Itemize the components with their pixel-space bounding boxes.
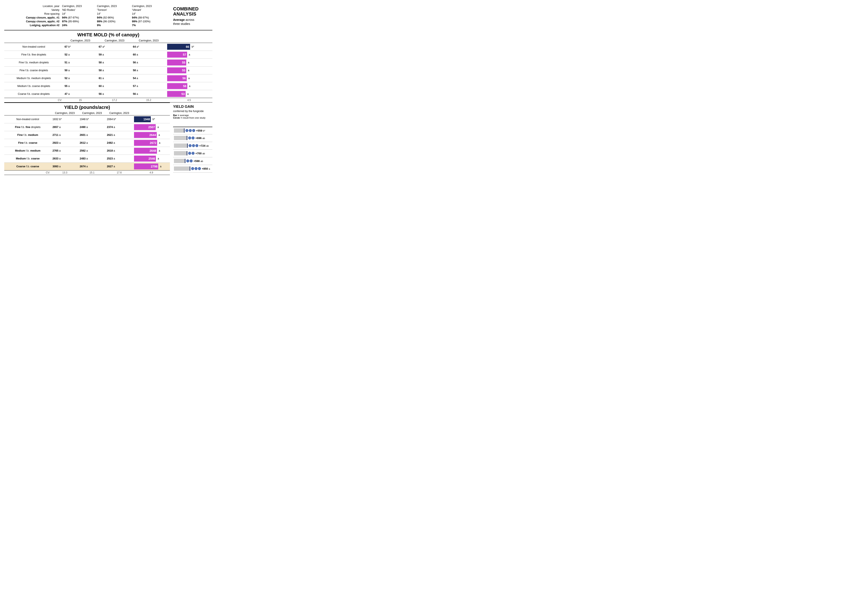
gain-bar — [174, 128, 184, 133]
yield-combined-bar-cell: 2507 a — [133, 123, 170, 131]
meta-section: Location, year Carrington, 2023 Carringt… — [4, 4, 212, 28]
combined-bar-cell: 66 b* — [166, 43, 212, 51]
yield-cv-col3: 17.6 — [105, 170, 133, 175]
yield-treatment-name: Medium f.b. coarse — [4, 154, 51, 162]
gain-dots-group — [188, 152, 195, 155]
combined-bar: 58 — [167, 83, 187, 89]
gain-dot — [192, 129, 195, 132]
treatment-name: Fine f.b. coarse droplets — [4, 66, 63, 74]
white-mold-row: Non-treated control 67 b* 67 a* 64 a* 66… — [4, 43, 212, 51]
gain-dot — [190, 159, 193, 162]
cv-row: CV: 15 17.2 15.2 4.5 — [4, 98, 212, 102]
location-label: Location, year — [4, 4, 61, 8]
yield-cv-combined: 4.9 — [133, 170, 170, 175]
col2-value: 58 a — [98, 66, 132, 74]
combined-stat: a — [187, 92, 189, 95]
page-container: Location, year Carrington, 2023 Carringt… — [4, 4, 212, 175]
yield-col3-value: 2621 a — [105, 131, 133, 139]
treatment-name: Coarse f.b. coarse droplets — [4, 90, 63, 98]
row-spacing-label: Row spacing — [4, 12, 61, 16]
combined-stat: a — [189, 53, 190, 56]
yield-combined-bar: 2507 — [134, 124, 156, 130]
combined-bar: 66 — [167, 44, 190, 50]
col3-lodging: 7% — [130, 23, 166, 27]
col2-lodging: 9% — [96, 23, 131, 27]
white-mold-table: Carrington, 2023 Carrington, 2023 Carrin… — [4, 39, 212, 103]
gain-value: +700 ab — [195, 152, 205, 155]
col3-row-spacing: 14" — [130, 12, 166, 16]
yield-combined-stat: a — [160, 165, 161, 168]
combined-title: COMBINEDANALYSIS — [173, 6, 209, 17]
col1-value: 47 a — [63, 90, 98, 98]
combined-bar: 55 — [167, 59, 186, 65]
yield-col3-value: 2064 b* — [105, 115, 133, 123]
yield-row: Non-treated control 1832 b* 1948 b* 2064… — [4, 115, 170, 123]
gain-bar — [174, 136, 187, 140]
meta-table: Location, year Carrington, 2023 Carringt… — [4, 4, 166, 28]
white-mold-header: Carrington, 2023 Carrington, 2023 Carrin… — [4, 39, 212, 43]
col1-canopy1: 94% (87-97%) — [61, 16, 96, 20]
col3-value: 54 a — [132, 74, 166, 82]
gain-dot — [198, 167, 201, 170]
yield-col2-value: 2601 a — [78, 131, 105, 139]
yield-col3-value: 2618 a — [105, 147, 133, 154]
white-mold-section: WHITE MOLD (% of canopy) Carrington, 202… — [4, 30, 212, 103]
col3-variety: 'Vibrant' — [130, 8, 166, 12]
gain-spacer — [173, 119, 212, 127]
combined-bar-cell: 58 a — [166, 82, 212, 90]
yield-col1-value: 2711 a — [51, 131, 78, 139]
col1-value: 52 a — [63, 51, 98, 59]
gain-navy-tick — [184, 128, 184, 133]
white-mold-row: Fine f.b. fine droplets 52 a 59 a 60 a 5… — [4, 51, 212, 59]
gain-value: +559 b* — [196, 129, 205, 132]
gain-dot — [186, 159, 189, 162]
col1-canopy2: 97% (95-99%) — [61, 20, 96, 23]
cv-col3: 15.2 — [132, 98, 166, 102]
col1-location: Carrington, 2023 — [61, 4, 96, 8]
yield-combined-stat: a — [158, 157, 159, 160]
yield-treatment-name: Fine f.b. medium — [4, 131, 51, 139]
combined-bar: 56 — [167, 75, 187, 81]
yield-combined-bar-cell: 2648 a — [133, 147, 170, 154]
gain-navy-tick — [190, 166, 190, 171]
yield-col1-value: 2657 a — [51, 123, 78, 131]
white-mold-row: Fine f.b. medium droplets 51 a 58 a 56 a… — [4, 59, 212, 66]
yield-table: Carrington, 2023 Carrington, 2023 Carrin… — [4, 111, 170, 175]
th-treatment — [4, 39, 63, 43]
yield-gain-legend: Bar = average Circle = result from one s… — [173, 114, 212, 119]
yield-row: Fine f.b. fine droplets 2657 a 2490 a 23… — [4, 123, 170, 131]
cv-combined: 4.5 — [166, 98, 212, 102]
gain-dot — [189, 144, 192, 147]
yield-col2-value: 2674 a — [78, 162, 105, 170]
gain-dot — [195, 167, 197, 170]
yield-title: YIELD (pounds/acre) — [4, 103, 170, 111]
yield-row: Fine f.b. medium 2711 a 2601 a 2621 a 26… — [4, 131, 170, 139]
th-col2: Carrington, 2023 — [98, 39, 132, 43]
gain-chart-row: +598 ab — [173, 157, 212, 165]
gain-chart-row: +696 ab — [173, 134, 212, 142]
yield-treatment-name: Fine f.b. fine droplets — [4, 123, 51, 131]
combined-subtitle: Average acrossthree studies — [173, 18, 209, 25]
gain-dot — [195, 144, 198, 147]
col2-value: 60 a — [98, 82, 132, 90]
col3-canopy1: 94% (88-97%) — [130, 16, 166, 20]
yield-combined-bar: 2672 — [134, 140, 157, 146]
yield-col1-value: 2923 a — [51, 139, 78, 147]
canopy2-label: Canopy closure, applic. #2 — [4, 20, 61, 23]
gain-navy-tick — [187, 143, 188, 148]
yield-section-wrapper: YIELD (pounds/acre) Carrington, 2023 Car… — [4, 103, 212, 175]
yield-cv-row: CV: 13.3 15.1 17.6 4.9 — [4, 170, 170, 175]
gain-navy-tick — [187, 151, 187, 155]
col2-value: 67 a* — [98, 43, 132, 51]
yield-combined-bar: 1948 — [134, 116, 151, 122]
gain-navy-tick — [187, 136, 187, 140]
gain-value: +850 a — [202, 167, 210, 170]
yield-combined-bar-cell: 2672 a — [133, 139, 170, 147]
col2-value: 59 a — [98, 51, 132, 59]
combined-stat: a — [188, 61, 189, 64]
yield-col3-value: 2482 a — [105, 139, 133, 147]
combined-bar: 57 — [167, 52, 187, 58]
col3-value: 60 a — [132, 51, 166, 59]
gain-bar — [174, 143, 188, 148]
col3-canopy2: 99% (97-100%) — [130, 20, 166, 23]
